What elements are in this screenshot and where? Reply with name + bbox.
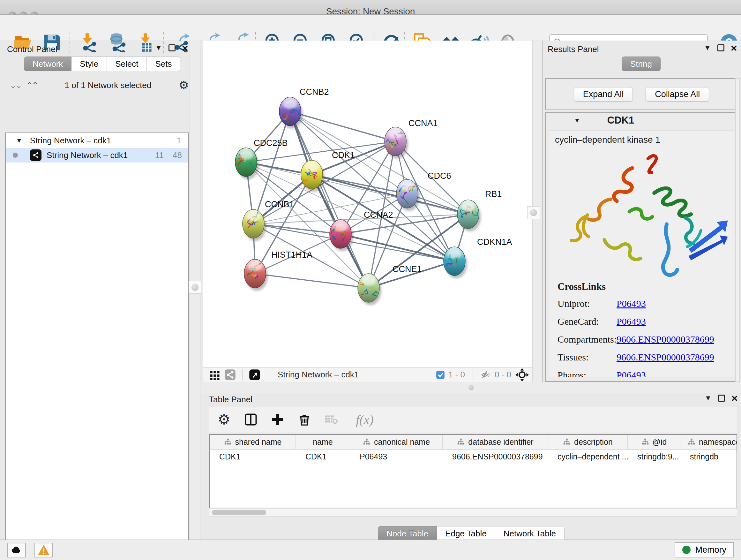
- column-header-canonical-name[interactable]: canonical name: [350, 435, 443, 449]
- close-panel-icon[interactable]: ×: [731, 44, 737, 51]
- close-panel-icon[interactable]: ×: [182, 44, 188, 51]
- float-panel-icon[interactable]: [718, 44, 724, 51]
- table-cell[interactable]: stringdb:9...: [628, 449, 680, 463]
- tab-network[interactable]: Network: [24, 57, 71, 71]
- crosslink-link[interactable]: 9606.ENSP00000378699: [616, 334, 714, 345]
- memory-button[interactable]: Memory: [675, 542, 734, 557]
- network-list: ▼ String Network – cdk1 1 String Network…: [5, 132, 189, 560]
- panel-menu-icon[interactable]: ▼: [704, 395, 712, 401]
- node-RB1[interactable]: RB1: [457, 189, 502, 232]
- table-hscrollbar[interactable]: [209, 508, 737, 516]
- collapse-all-button[interactable]: Collapse All: [646, 87, 709, 102]
- node-CCNA1[interactable]: CCNA1: [383, 118, 437, 159]
- edge-CCNB2-CCNE1[interactable]: [290, 111, 368, 288]
- column-header-namespace[interactable]: namespace: [680, 435, 737, 449]
- float-panel-icon[interactable]: [718, 395, 725, 401]
- table-cell[interactable]: CDK1: [210, 449, 296, 463]
- collapse-entry-icon[interactable]: ▼: [574, 117, 581, 124]
- node-CCNE1[interactable]: CCNE1: [357, 264, 421, 305]
- column-header--id[interactable]: @id: [628, 435, 680, 449]
- crosslink-link[interactable]: P06493: [616, 370, 646, 377]
- table-hscrollbar-thumb[interactable]: [212, 510, 266, 515]
- show-columns-icon[interactable]: [243, 412, 259, 427]
- network-collection-label: String Network – cdk1: [30, 136, 111, 145]
- network-canvas[interactable]: CCNB2CCNA1CDC25BCDK1CDC6RB1CCNB1CCNA2CDK…: [203, 41, 532, 367]
- selected-checkbox-icon[interactable]: [435, 370, 445, 380]
- crosslink-row: Tissues:9606.ENSP00000378699: [557, 352, 734, 363]
- network-collection-row[interactable]: ▼ String Network – cdk1 1: [6, 133, 188, 148]
- grid-view-icon[interactable]: [207, 367, 222, 382]
- collapse-all-networks-icon[interactable]: ⌃⌃: [26, 80, 38, 90]
- column-header-description[interactable]: description: [548, 435, 628, 449]
- edge-CCNB1-CCNA2[interactable]: [253, 224, 340, 234]
- node-CDKN1A[interactable]: CDKN1A: [443, 237, 512, 278]
- edge-CCNE1-HIST1H1A[interactable]: [255, 273, 368, 288]
- left-splitter-handle[interactable]: [189, 281, 201, 294]
- network-share-icon[interactable]: [222, 367, 238, 382]
- delete-column-icon[interactable]: [297, 412, 312, 427]
- fit-selection-crosshair-icon[interactable]: [515, 367, 530, 382]
- string-network-badge-icon: [30, 149, 42, 161]
- cloud-status-button[interactable]: [7, 543, 26, 557]
- node-label-RB1: RB1: [485, 189, 502, 199]
- table-row[interactable]: CDK1CDK1P064939606.ENSP00000378699cyclin…: [210, 449, 737, 463]
- network-row-selected[interactable]: String Network – cdk1 11 48: [6, 148, 188, 163]
- table-cell[interactable]: 9606.ENSP00000378699: [443, 449, 548, 463]
- crosslink-label: Tissues:: [557, 352, 616, 363]
- crosslink-link[interactable]: P06493: [616, 298, 646, 309]
- warnings-button[interactable]: [35, 543, 53, 557]
- tab-select[interactable]: Select: [107, 57, 147, 71]
- gene-description: cyclin–dependent kinase 1: [549, 131, 734, 145]
- node-label-CDKN1A: CDKN1A: [477, 237, 512, 247]
- table-cell[interactable]: stringdb: [680, 449, 737, 463]
- crosslink-link[interactable]: 9606.ENSP00000378699: [616, 352, 714, 363]
- expand-all-button[interactable]: Expand All: [574, 87, 633, 102]
- column-header-label: namespace: [699, 437, 737, 447]
- node-label-HIST1H1A: HIST1H1A: [271, 250, 313, 260]
- right-splitter-handle[interactable]: [527, 206, 540, 219]
- network-selection-status: 1 of 1 Network selected: [37, 80, 179, 90]
- tab-style[interactable]: Style: [71, 57, 107, 71]
- table-cell[interactable]: cyclin–dependent ...: [548, 449, 628, 463]
- node-label-CCNB2: CCNB2: [300, 87, 329, 97]
- edge-CCNA2-CDKN1A[interactable]: [340, 234, 455, 261]
- panel-menu-icon[interactable]: ▼: [155, 44, 162, 51]
- column-header-database-identifier[interactable]: database identifier: [443, 435, 548, 449]
- close-panel-icon[interactable]: ×: [731, 395, 738, 401]
- gene-entry-body: cyclin–dependent kinase 1: [549, 131, 734, 377]
- network-edge-count: 48: [173, 150, 182, 160]
- table-cell[interactable]: CDK1: [296, 449, 350, 463]
- node-CCNB1[interactable]: CCNB1: [243, 199, 294, 241]
- column-header-shared-name[interactable]: shared name: [210, 435, 296, 449]
- table-options-gear-icon[interactable]: ⚙: [216, 412, 232, 427]
- delete-table-icon: [324, 412, 339, 427]
- node-CDC25B[interactable]: CDC25B: [235, 138, 288, 179]
- table-tabs: Node Table Edge Table Network Table: [378, 526, 564, 541]
- hidden-eye-slash-icon[interactable]: [481, 369, 491, 380]
- panel-menu-icon[interactable]: ▼: [704, 44, 711, 51]
- results-scrollbar[interactable]: [735, 78, 740, 382]
- column-header-name[interactable]: name: [296, 435, 350, 449]
- node-label-CCNE1: CCNE1: [393, 264, 422, 274]
- float-panel-icon[interactable]: [169, 44, 176, 51]
- table-cell[interactable]: P06493: [350, 449, 443, 463]
- tab-network-table[interactable]: Network Table: [495, 526, 564, 541]
- main-toolbar: ?: [0, 15, 741, 40]
- network-options-gear-icon[interactable]: ⚙: [179, 79, 189, 91]
- control-panel-controls: ▼ ×: [155, 44, 188, 51]
- tab-string[interactable]: String: [622, 57, 661, 71]
- gene-entry-header[interactable]: ▼ CDK1: [546, 113, 737, 128]
- expand-all-networks-icon[interactable]: ⌄⌄: [10, 80, 21, 90]
- collapse-collection-icon[interactable]: ▼: [16, 137, 22, 144]
- create-column-icon[interactable]: [270, 412, 285, 427]
- results-panel-title: Results Panel: [548, 44, 599, 54]
- table-panel-title: Table Panel: [209, 395, 253, 405]
- birds-eye-view-icon[interactable]: [247, 367, 262, 382]
- crosslink-row: Pharos:P06493: [557, 370, 734, 377]
- tab-edge-table[interactable]: Edge Table: [437, 526, 495, 541]
- node-CCNB2[interactable]: CCNB2: [279, 87, 329, 129]
- tab-sets[interactable]: Sets: [147, 57, 180, 71]
- crosslink-link[interactable]: P06493: [616, 316, 646, 327]
- tab-node-table[interactable]: Node Table: [378, 526, 437, 541]
- horizontal-splitter-handle[interactable]: [468, 385, 474, 390]
